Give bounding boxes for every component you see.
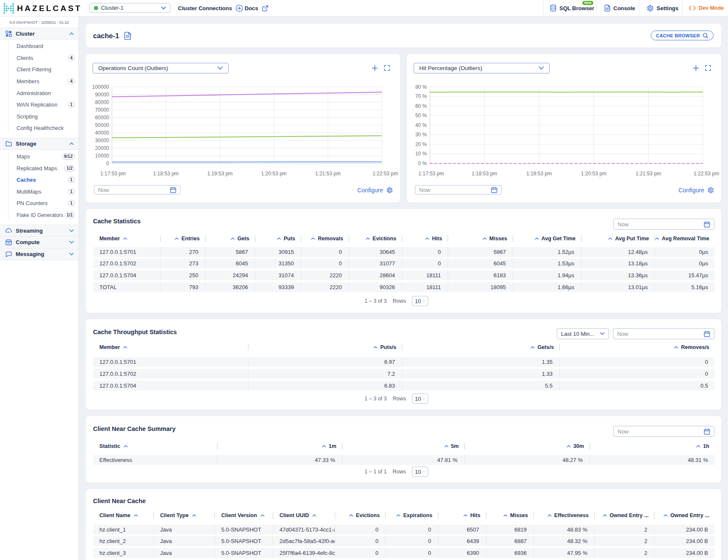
svg-text:1:20:53 pm: 1:20:53 pm: [261, 171, 287, 177]
svg-text:80 %: 80 %: [415, 84, 427, 90]
svg-text:0 %: 0 %: [418, 160, 427, 166]
svg-text:10000: 10000: [95, 153, 110, 159]
svg-text:80000: 80000: [95, 99, 110, 105]
svg-text:1:21:53 pm: 1:21:53 pm: [315, 171, 341, 177]
svg-text:1:18:53 pm: 1:18:53 pm: [153, 171, 179, 177]
svg-text:1:20:53 pm: 1:20:53 pm: [581, 171, 607, 177]
svg-text:1:21:53 pm: 1:21:53 pm: [635, 171, 661, 177]
svg-text:100000: 100000: [92, 84, 109, 90]
svg-text:40 %: 40 %: [415, 122, 427, 128]
svg-text:20 %: 20 %: [415, 141, 427, 147]
svg-text:1:22:53 pm: 1:22:53 pm: [372, 171, 398, 177]
svg-text:60 %: 60 %: [415, 103, 427, 109]
svg-text:40000: 40000: [95, 130, 110, 136]
svg-text:0: 0: [106, 160, 109, 166]
svg-text:70000: 70000: [95, 107, 110, 113]
svg-text:1:17:53 pm: 1:17:53 pm: [418, 171, 444, 177]
svg-text:1:22:53 pm: 1:22:53 pm: [694, 171, 719, 177]
svg-text:20000: 20000: [95, 145, 110, 151]
svg-text:70 %: 70 %: [415, 93, 427, 99]
svg-text:10 %: 10 %: [415, 151, 427, 157]
svg-text:1:19:53 pm: 1:19:53 pm: [207, 171, 233, 177]
svg-text:1:19:53 pm: 1:19:53 pm: [526, 171, 552, 177]
svg-text:90000: 90000: [95, 92, 110, 98]
svg-text:30000: 30000: [95, 138, 110, 144]
svg-text:1:18:53 pm: 1:18:53 pm: [472, 171, 497, 177]
svg-text:30 %: 30 %: [415, 132, 427, 138]
svg-text:60000: 60000: [95, 115, 110, 121]
svg-text:50 %: 50 %: [415, 113, 427, 118]
svg-text:50000: 50000: [95, 122, 110, 128]
svg-text:1:17:53 pm: 1:17:53 pm: [100, 171, 126, 177]
